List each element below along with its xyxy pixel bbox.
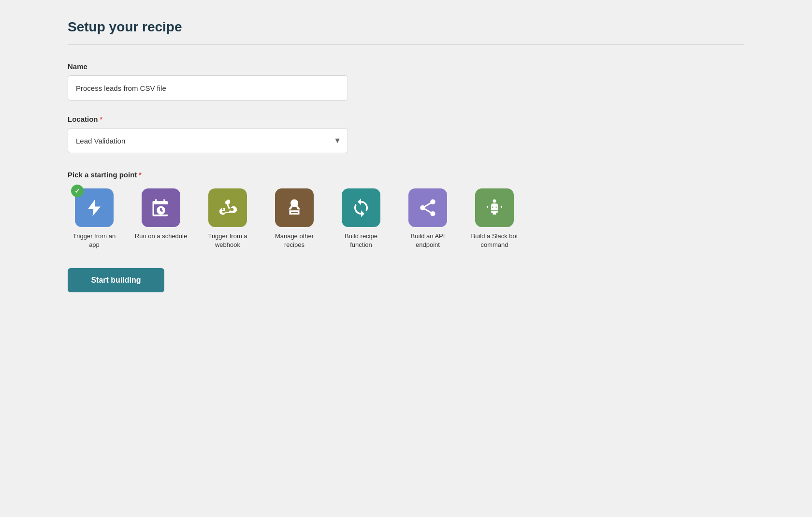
trigger-app-item[interactable]: ✓ Trigger from an app <box>68 188 121 249</box>
trigger-webhook-item[interactable]: Trigger from a webhook <box>201 188 254 249</box>
divider <box>68 44 744 45</box>
build-api-label: Build an API endpoint <box>401 232 454 249</box>
slack-bot-icon <box>484 198 505 218</box>
starting-point-section: Pick a starting point * ✓ Trigger from a… <box>68 171 744 249</box>
run-schedule-label: Run on a schedule <box>135 232 187 241</box>
build-function-item[interactable]: Build recipe function <box>334 188 388 249</box>
lightning-icon <box>84 198 104 218</box>
location-section: Location * Lead Validation Default Produ… <box>68 115 744 153</box>
manage-icon <box>284 198 304 218</box>
build-function-label: Build recipe function <box>334 232 388 249</box>
slack-bot-icon-box <box>475 188 514 227</box>
starting-point-label: Pick a starting point * <box>68 171 744 179</box>
selected-check-badge: ✓ <box>71 185 84 197</box>
trigger-app-icon-box: ✓ <box>75 188 114 227</box>
build-api-icon-box <box>408 188 447 227</box>
trigger-webhook-label: Trigger from a webhook <box>201 232 254 249</box>
trigger-app-label: Trigger from an app <box>68 232 121 249</box>
build-function-icon-box <box>342 188 380 227</box>
name-section: Name <box>68 62 744 101</box>
location-label: Location * <box>68 115 744 123</box>
required-indicator-2: * <box>139 171 141 179</box>
start-building-button[interactable]: Start building <box>68 268 164 292</box>
location-select[interactable]: Lead Validation Default Production <box>68 128 348 153</box>
run-schedule-item[interactable]: Run on a schedule <box>134 188 188 241</box>
slack-bot-label: Build a Slack bot command <box>468 232 521 249</box>
name-input[interactable] <box>68 75 348 101</box>
manage-recipes-item[interactable]: Manage other recipes <box>268 188 321 249</box>
page-title: Setup your recipe <box>68 19 744 35</box>
name-label: Name <box>68 62 744 71</box>
api-icon <box>418 198 438 218</box>
run-schedule-icon-box <box>142 188 180 227</box>
slack-bot-item[interactable]: Build a Slack bot command <box>468 188 521 249</box>
icons-row: ✓ Trigger from an app Run on a schedule <box>68 188 744 249</box>
manage-recipes-label: Manage other recipes <box>268 232 321 249</box>
function-icon <box>351 198 371 218</box>
webhook-icon <box>218 198 238 218</box>
build-api-item[interactable]: Build an API endpoint <box>401 188 454 249</box>
manage-recipes-icon-box <box>275 188 314 227</box>
page-container: Setup your recipe Name Location * Lead V… <box>68 19 744 498</box>
schedule-icon <box>151 198 171 218</box>
trigger-webhook-icon-box <box>208 188 247 227</box>
location-select-wrapper: Lead Validation Default Production ▼ <box>68 128 348 153</box>
required-indicator: * <box>100 115 102 123</box>
